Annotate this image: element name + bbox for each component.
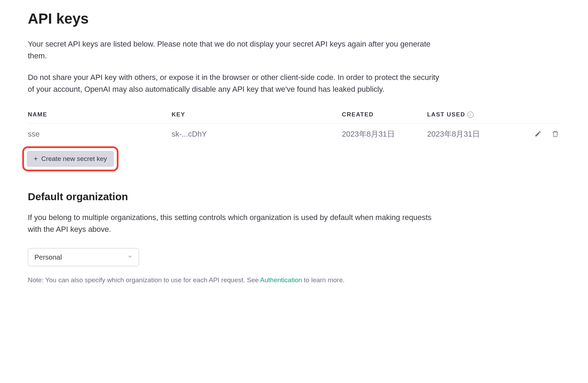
organization-select-wrapper: Personal <box>28 248 139 266</box>
organization-select[interactable]: Personal <box>28 248 139 266</box>
api-keys-table: NAME KEY CREATED LAST USED i sse sk-...c… <box>28 108 560 145</box>
column-header-last-used: LAST USED i <box>427 108 517 123</box>
column-header-name: NAME <box>28 108 172 123</box>
key-last-used-cell: 2023年8月31日 <box>427 123 517 145</box>
default-organization-title: Default organization <box>28 191 560 203</box>
key-created-cell: 2023年8月31日 <box>342 123 427 145</box>
authentication-link[interactable]: Authentication <box>260 276 302 284</box>
column-header-actions <box>517 108 560 123</box>
key-value-cell: sk-...cDhY <box>172 123 342 145</box>
page-title: API keys <box>28 10 560 27</box>
create-secret-key-button[interactable]: + Create new secret key <box>27 151 114 167</box>
api-keys-description-1: Your secret API keys are listed below. P… <box>28 38 445 62</box>
api-keys-description-2: Do not share your API key with others, o… <box>28 72 445 95</box>
key-name-cell: sse <box>28 123 172 145</box>
pencil-icon <box>534 130 541 137</box>
organization-note: Note: You can also specify which organiz… <box>28 275 560 285</box>
note-suffix: to learn more. <box>302 276 345 284</box>
default-organization-description: If you belong to multiple organizations,… <box>28 212 445 235</box>
trash-icon <box>552 130 559 137</box>
note-prefix: Note: You can also specify which organiz… <box>28 276 260 284</box>
create-button-label: Create new secret key <box>41 155 107 163</box>
info-icon[interactable]: i <box>467 112 474 118</box>
column-header-key: KEY <box>172 108 342 123</box>
create-key-highlight: + Create new secret key <box>22 146 119 171</box>
edit-key-button[interactable] <box>533 129 543 139</box>
column-header-created: CREATED <box>342 108 427 123</box>
plus-icon: + <box>34 155 38 162</box>
last-used-label: LAST USED <box>427 111 465 118</box>
table-row: sse sk-...cDhY 2023年8月31日 2023年8月31日 <box>28 123 560 145</box>
delete-key-button[interactable] <box>550 129 560 139</box>
